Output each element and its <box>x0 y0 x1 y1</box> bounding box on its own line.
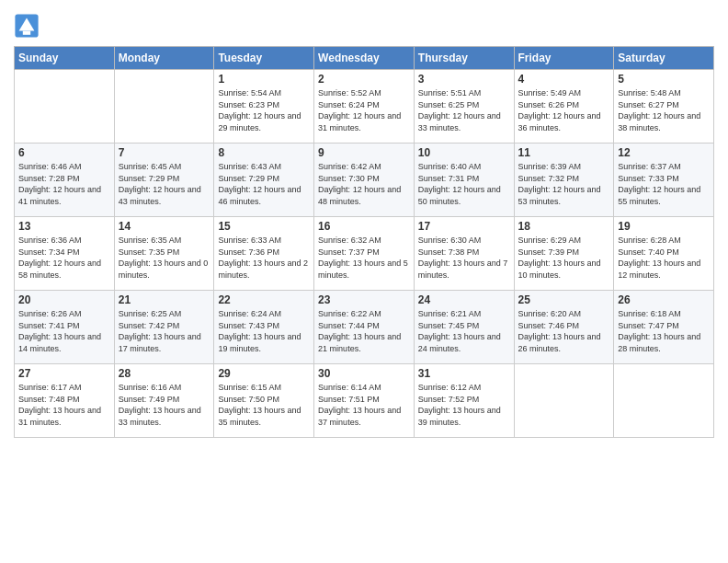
calendar-cell: 17Sunrise: 6:30 AMSunset: 7:38 PMDayligh… <box>414 217 514 291</box>
weekday-header-sunday: Sunday <box>15 47 115 70</box>
day-info: Sunrise: 6:35 AMSunset: 7:35 PMDaylight:… <box>119 235 210 281</box>
calendar-cell: 21Sunrise: 6:25 AMSunset: 7:42 PMDayligh… <box>114 291 214 364</box>
day-info: Sunrise: 5:49 AMSunset: 6:26 PMDaylight:… <box>518 87 610 133</box>
week-row-3: 13Sunrise: 6:36 AMSunset: 7:34 PMDayligh… <box>15 217 714 291</box>
day-info: Sunrise: 6:29 AMSunset: 7:39 PMDaylight:… <box>518 235 610 281</box>
day-number: 2 <box>318 73 410 86</box>
calendar-cell: 26Sunrise: 6:18 AMSunset: 7:47 PMDayligh… <box>614 291 714 364</box>
logo-icon <box>14 13 40 39</box>
day-number: 7 <box>119 146 210 159</box>
day-number: 3 <box>418 73 510 86</box>
weekday-header-monday: Monday <box>114 47 214 70</box>
day-info: Sunrise: 6:12 AMSunset: 7:52 PMDaylight:… <box>418 382 510 428</box>
calendar-cell <box>15 70 115 144</box>
calendar-cell: 5Sunrise: 5:48 AMSunset: 6:27 PMDaylight… <box>614 70 714 144</box>
day-number: 12 <box>618 146 710 159</box>
calendar-cell: 25Sunrise: 6:20 AMSunset: 7:46 PMDayligh… <box>514 291 614 364</box>
calendar-cell: 6Sunrise: 6:46 AMSunset: 7:28 PMDaylight… <box>15 144 115 217</box>
day-info: Sunrise: 6:16 AMSunset: 7:49 PMDaylight:… <box>119 382 210 428</box>
calendar-cell: 11Sunrise: 6:39 AMSunset: 7:32 PMDayligh… <box>514 144 614 217</box>
day-number: 27 <box>18 367 110 380</box>
day-info: Sunrise: 6:45 AMSunset: 7:29 PMDaylight:… <box>119 161 210 207</box>
calendar-cell: 12Sunrise: 6:37 AMSunset: 7:33 PMDayligh… <box>614 144 714 217</box>
weekday-header-thursday: Thursday <box>414 47 514 70</box>
day-info: Sunrise: 6:24 AMSunset: 7:43 PMDaylight:… <box>218 308 310 354</box>
weekday-header-tuesday: Tuesday <box>214 47 314 70</box>
calendar-cell: 22Sunrise: 6:24 AMSunset: 7:43 PMDayligh… <box>214 291 314 364</box>
calendar-cell: 3Sunrise: 5:51 AMSunset: 6:25 PMDaylight… <box>414 70 514 144</box>
day-number: 14 <box>119 220 210 233</box>
day-number: 10 <box>418 146 510 159</box>
calendar-cell <box>514 364 614 438</box>
calendar-cell: 28Sunrise: 6:16 AMSunset: 7:49 PMDayligh… <box>114 364 214 438</box>
day-number: 18 <box>518 220 610 233</box>
day-number: 19 <box>618 220 710 233</box>
day-info: Sunrise: 6:25 AMSunset: 7:42 PMDaylight:… <box>119 308 210 354</box>
day-info: Sunrise: 6:17 AMSunset: 7:48 PMDaylight:… <box>18 382 110 428</box>
calendar-cell: 9Sunrise: 6:42 AMSunset: 7:30 PMDaylight… <box>314 144 415 217</box>
day-info: Sunrise: 6:37 AMSunset: 7:33 PMDaylight:… <box>618 161 710 207</box>
day-info: Sunrise: 6:26 AMSunset: 7:41 PMDaylight:… <box>18 308 110 354</box>
calendar-cell: 20Sunrise: 6:26 AMSunset: 7:41 PMDayligh… <box>15 291 115 364</box>
day-number: 25 <box>518 293 610 306</box>
calendar: SundayMondayTuesdayWednesdayThursdayFrid… <box>14 46 714 438</box>
day-number: 26 <box>618 293 710 306</box>
page: SundayMondayTuesdayWednesdayThursdayFrid… <box>0 0 728 563</box>
calendar-cell: 1Sunrise: 5:54 AMSunset: 6:23 PMDaylight… <box>214 70 314 144</box>
day-info: Sunrise: 6:28 AMSunset: 7:40 PMDaylight:… <box>618 235 710 281</box>
calendar-cell: 19Sunrise: 6:28 AMSunset: 7:40 PMDayligh… <box>614 217 714 291</box>
weekday-header-row: SundayMondayTuesdayWednesdayThursdayFrid… <box>15 47 714 70</box>
day-number: 11 <box>518 146 610 159</box>
day-number: 13 <box>18 220 110 233</box>
week-row-5: 27Sunrise: 6:17 AMSunset: 7:48 PMDayligh… <box>15 364 714 438</box>
day-number: 31 <box>418 367 510 380</box>
day-number: 9 <box>318 146 410 159</box>
calendar-cell <box>614 364 714 438</box>
day-info: Sunrise: 6:14 AMSunset: 7:51 PMDaylight:… <box>318 382 410 428</box>
day-number: 28 <box>119 367 210 380</box>
calendar-cell: 13Sunrise: 6:36 AMSunset: 7:34 PMDayligh… <box>15 217 115 291</box>
calendar-cell <box>114 70 214 144</box>
day-info: Sunrise: 6:20 AMSunset: 7:46 PMDaylight:… <box>518 308 610 354</box>
day-number: 24 <box>418 293 510 306</box>
day-info: Sunrise: 6:21 AMSunset: 7:45 PMDaylight:… <box>418 308 510 354</box>
calendar-cell: 30Sunrise: 6:14 AMSunset: 7:51 PMDayligh… <box>314 364 415 438</box>
day-info: Sunrise: 6:43 AMSunset: 7:29 PMDaylight:… <box>218 161 310 207</box>
calendar-cell: 18Sunrise: 6:29 AMSunset: 7:39 PMDayligh… <box>514 217 614 291</box>
day-number: 29 <box>218 367 310 380</box>
calendar-cell: 4Sunrise: 5:49 AMSunset: 6:26 PMDaylight… <box>514 70 614 144</box>
calendar-cell: 16Sunrise: 6:32 AMSunset: 7:37 PMDayligh… <box>314 217 415 291</box>
calendar-cell: 15Sunrise: 6:33 AMSunset: 7:36 PMDayligh… <box>214 217 314 291</box>
day-info: Sunrise: 5:51 AMSunset: 6:25 PMDaylight:… <box>418 87 510 133</box>
day-number: 5 <box>618 73 710 86</box>
calendar-cell: 2Sunrise: 5:52 AMSunset: 6:24 PMDaylight… <box>314 70 415 144</box>
weekday-header-wednesday: Wednesday <box>314 47 415 70</box>
header <box>14 9 714 39</box>
day-info: Sunrise: 5:48 AMSunset: 6:27 PMDaylight:… <box>618 87 710 133</box>
day-info: Sunrise: 5:52 AMSunset: 6:24 PMDaylight:… <box>318 87 410 133</box>
week-row-2: 6Sunrise: 6:46 AMSunset: 7:28 PMDaylight… <box>15 144 714 217</box>
day-info: Sunrise: 6:39 AMSunset: 7:32 PMDaylight:… <box>518 161 610 207</box>
week-row-1: 1Sunrise: 5:54 AMSunset: 6:23 PMDaylight… <box>15 70 714 144</box>
calendar-cell: 7Sunrise: 6:45 AMSunset: 7:29 PMDaylight… <box>114 144 214 217</box>
day-info: Sunrise: 6:32 AMSunset: 7:37 PMDaylight:… <box>318 235 410 281</box>
weekday-header-friday: Friday <box>514 47 614 70</box>
day-number: 1 <box>218 73 310 86</box>
calendar-cell: 27Sunrise: 6:17 AMSunset: 7:48 PMDayligh… <box>15 364 115 438</box>
day-number: 21 <box>119 293 210 306</box>
day-number: 22 <box>218 293 310 306</box>
svg-rect-2 <box>23 31 30 35</box>
calendar-cell: 8Sunrise: 6:43 AMSunset: 7:29 PMDaylight… <box>214 144 314 217</box>
day-number: 15 <box>218 220 310 233</box>
calendar-cell: 14Sunrise: 6:35 AMSunset: 7:35 PMDayligh… <box>114 217 214 291</box>
day-number: 20 <box>18 293 110 306</box>
day-info: Sunrise: 6:18 AMSunset: 7:47 PMDaylight:… <box>618 308 710 354</box>
day-info: Sunrise: 6:40 AMSunset: 7:31 PMDaylight:… <box>418 161 510 207</box>
day-number: 17 <box>418 220 510 233</box>
day-info: Sunrise: 6:33 AMSunset: 7:36 PMDaylight:… <box>218 235 310 281</box>
day-number: 16 <box>318 220 410 233</box>
calendar-cell: 10Sunrise: 6:40 AMSunset: 7:31 PMDayligh… <box>414 144 514 217</box>
day-info: Sunrise: 6:36 AMSunset: 7:34 PMDaylight:… <box>18 235 110 281</box>
calendar-cell: 23Sunrise: 6:22 AMSunset: 7:44 PMDayligh… <box>314 291 415 364</box>
day-info: Sunrise: 6:15 AMSunset: 7:50 PMDaylight:… <box>218 382 310 428</box>
